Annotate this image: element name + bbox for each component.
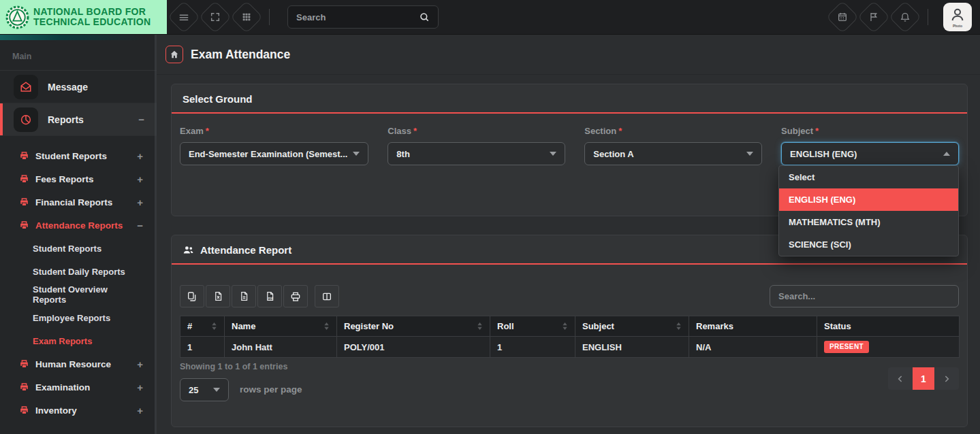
pie-chart-icon (14, 107, 38, 132)
sort-icon (562, 322, 568, 331)
cell-register-no: POLY/001 (337, 337, 490, 358)
next-page-button[interactable] (934, 367, 959, 390)
sidebar-item-financial-reports[interactable]: Financial Reports + (0, 190, 157, 214)
section-label: Section* (584, 126, 762, 136)
column-header-register-no[interactable]: Register No (337, 316, 490, 337)
global-search (287, 5, 439, 29)
sort-icon (676, 322, 682, 331)
section-select[interactable]: Section A (584, 142, 762, 165)
sidebar-item-student-reports-sub[interactable]: Student Reports (0, 237, 157, 260)
topbar-right-group: Photo (827, 3, 980, 31)
sidebar-item-student-reports[interactable]: Student Reports + (0, 144, 157, 167)
subject-dropdown-menu: Select ENGLISH (ENG) MATHEMATICS (MTH) S… (778, 165, 959, 256)
user-avatar[interactable]: Photo (943, 3, 972, 31)
printer-icon (19, 197, 29, 207)
sidebar-item-label: Examination (35, 382, 90, 393)
sidebar-item-inventory[interactable]: Inventory + (0, 399, 157, 422)
subject-option-select[interactable]: Select (779, 166, 958, 188)
column-header-remarks[interactable]: Remarks (689, 316, 817, 337)
column-header-roll[interactable]: Roll (490, 316, 575, 337)
chevron-up-icon (943, 152, 950, 156)
column-header-num[interactable]: # (180, 316, 225, 337)
sidebar-item-reports[interactable]: Reports − (0, 103, 157, 136)
sidebar-item-examination[interactable]: Examination + (0, 375, 157, 399)
column-visibility-button[interactable] (315, 285, 339, 307)
header-divider (157, 74, 980, 75)
column-header-subject[interactable]: Subject (575, 316, 689, 337)
status-badge: PRESENT (824, 341, 869, 353)
printer-icon (290, 291, 301, 302)
sidebar-item-message[interactable]: Message (0, 71, 157, 103)
excel-file-icon (213, 291, 223, 301)
subject-option-science[interactable]: SCIENCE (SCI) (779, 233, 958, 256)
subject-option-english[interactable]: ENGLISH (ENG) (779, 188, 958, 211)
bell-icon (900, 12, 911, 22)
file-lines-icon (239, 291, 249, 301)
sidebar-item-student-overview-reports[interactable]: Student Overview Reports (0, 283, 157, 306)
table-toolbar: PDF (180, 285, 959, 307)
cell-status: PRESENT (817, 337, 960, 358)
subject-option-mathematics[interactable]: MATHEMATICS (MTH) (779, 211, 958, 233)
rows-per-page-select[interactable]: 25 (180, 378, 229, 401)
subject-select[interactable]: ENGLISH (ENG) (781, 142, 959, 165)
copy-icon (187, 291, 197, 302)
export-csv-button[interactable] (232, 285, 256, 307)
section-field: Section* Section A (584, 126, 762, 165)
fullscreen-button[interactable] (199, 1, 232, 33)
printer-icon (19, 174, 29, 184)
calendar-button[interactable] (826, 1, 859, 33)
subject-field: Subject* ENGLISH (ENG) (781, 126, 959, 165)
sidebar-item-fees-reports[interactable]: Fees Reports + (0, 167, 157, 190)
showing-entries-text: Showing 1 to 1 of 1 entries (180, 362, 287, 371)
exam-select[interactable]: End-Semester Examination (Semest... (180, 142, 368, 165)
export-pdf-button[interactable]: PDF (257, 285, 282, 307)
sidebar-item-label: Financial Reports (35, 197, 112, 207)
global-search-input[interactable] (296, 12, 419, 22)
expand-icon: + (137, 197, 143, 208)
svg-text:PDF: PDF (268, 297, 273, 300)
topbar-divider (928, 9, 928, 25)
subject-label: Subject* (781, 126, 959, 136)
attendance-report-panel: Attendance Report PDF # Name (171, 235, 968, 427)
brand-logo[interactable]: NATIONAL BOARD FOR TECHNICAL EDUCATION (0, 0, 167, 34)
home-button[interactable] (165, 46, 183, 63)
topbar: NATIONAL BOARD FOR TECHNICAL EDUCATION (0, 0, 980, 34)
expand-icon: + (137, 405, 143, 416)
notifications-button[interactable] (889, 1, 921, 33)
required-asterisk: * (206, 126, 209, 136)
sidebar-item-employee-reports[interactable]: Employee Reports (0, 306, 157, 329)
person-icon (949, 7, 966, 23)
sidebar-item-attendance-reports[interactable]: Attendance Reports − (0, 214, 157, 237)
apps-grid-button[interactable] (230, 1, 263, 33)
sidebar-toggle-button[interactable] (168, 1, 200, 33)
table-header-row: # Name Register No Roll Subject Remarks … (180, 316, 960, 337)
export-excel-button[interactable] (206, 285, 230, 307)
export-copy-button[interactable] (180, 285, 204, 307)
expand-icon: + (137, 173, 143, 185)
printer-icon (19, 405, 29, 416)
sidebar-item-student-daily-reports[interactable]: Student Daily Reports (0, 260, 157, 283)
previous-page-button[interactable] (888, 367, 913, 390)
page-header: Exam Attendance (165, 46, 290, 63)
class-select[interactable]: 8th (388, 142, 565, 165)
search-icon[interactable] (419, 12, 430, 22)
sidebar-item-label: Reports (48, 114, 84, 125)
export-print-button[interactable] (283, 285, 308, 307)
sidebar-section-label: Main (0, 40, 157, 71)
table-search-input[interactable] (770, 285, 959, 307)
column-header-name[interactable]: Name (225, 316, 337, 337)
exam-field: Exam* End-Semester Examination (Semest..… (180, 126, 368, 165)
expand-icon: + (137, 358, 143, 370)
sidebar-item-human-resource[interactable]: Human Resource + (0, 352, 157, 375)
pdf-file-icon: PDF (265, 291, 275, 301)
column-header-status[interactable]: Status (817, 316, 960, 337)
chevron-down-icon (550, 152, 556, 156)
page-number-button[interactable]: 1 (913, 367, 934, 390)
home-icon (170, 50, 179, 59)
sort-icon (211, 322, 217, 331)
flag-button[interactable] (857, 1, 890, 33)
cell-num: 1 (180, 337, 225, 358)
class-label: Class* (388, 126, 565, 136)
sidebar-item-exam-reports[interactable]: Exam Reports (0, 329, 157, 352)
calendar-icon (837, 12, 848, 22)
